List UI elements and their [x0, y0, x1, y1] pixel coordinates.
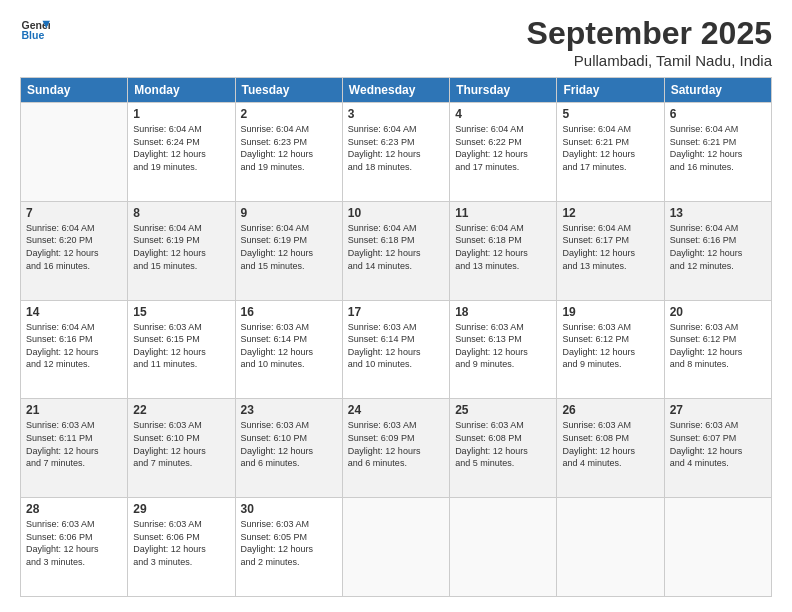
day-info: Sunrise: 6:03 AM Sunset: 6:14 PM Dayligh… — [348, 321, 444, 371]
day-number: 7 — [26, 206, 122, 220]
day-number: 3 — [348, 107, 444, 121]
day-number: 21 — [26, 403, 122, 417]
day-info: Sunrise: 6:03 AM Sunset: 6:14 PM Dayligh… — [241, 321, 337, 371]
day-number: 11 — [455, 206, 551, 220]
table-row: 26Sunrise: 6:03 AM Sunset: 6:08 PM Dayli… — [557, 399, 664, 498]
table-row — [342, 498, 449, 597]
day-info: Sunrise: 6:03 AM Sunset: 6:10 PM Dayligh… — [133, 419, 229, 469]
table-row: 17Sunrise: 6:03 AM Sunset: 6:14 PM Dayli… — [342, 300, 449, 399]
table-row: 25Sunrise: 6:03 AM Sunset: 6:08 PM Dayli… — [450, 399, 557, 498]
day-info: Sunrise: 6:03 AM Sunset: 6:06 PM Dayligh… — [133, 518, 229, 568]
day-info: Sunrise: 6:03 AM Sunset: 6:09 PM Dayligh… — [348, 419, 444, 469]
day-info: Sunrise: 6:04 AM Sunset: 6:21 PM Dayligh… — [670, 123, 766, 173]
day-info: Sunrise: 6:03 AM Sunset: 6:08 PM Dayligh… — [562, 419, 658, 469]
week-row-2: 7Sunrise: 6:04 AM Sunset: 6:20 PM Daylig… — [21, 201, 772, 300]
table-row: 16Sunrise: 6:03 AM Sunset: 6:14 PM Dayli… — [235, 300, 342, 399]
day-number: 14 — [26, 305, 122, 319]
week-row-4: 21Sunrise: 6:03 AM Sunset: 6:11 PM Dayli… — [21, 399, 772, 498]
day-info: Sunrise: 6:03 AM Sunset: 6:10 PM Dayligh… — [241, 419, 337, 469]
day-info: Sunrise: 6:03 AM Sunset: 6:08 PM Dayligh… — [455, 419, 551, 469]
day-number: 15 — [133, 305, 229, 319]
title-block: September 2025 Pullambadi, Tamil Nadu, I… — [527, 15, 772, 69]
day-info: Sunrise: 6:03 AM Sunset: 6:07 PM Dayligh… — [670, 419, 766, 469]
day-number: 25 — [455, 403, 551, 417]
week-row-1: 1Sunrise: 6:04 AM Sunset: 6:24 PM Daylig… — [21, 103, 772, 202]
day-info: Sunrise: 6:03 AM Sunset: 6:13 PM Dayligh… — [455, 321, 551, 371]
day-info: Sunrise: 6:04 AM Sunset: 6:21 PM Dayligh… — [562, 123, 658, 173]
table-row: 21Sunrise: 6:03 AM Sunset: 6:11 PM Dayli… — [21, 399, 128, 498]
table-row — [450, 498, 557, 597]
day-info: Sunrise: 6:04 AM Sunset: 6:16 PM Dayligh… — [670, 222, 766, 272]
day-info: Sunrise: 6:04 AM Sunset: 6:20 PM Dayligh… — [26, 222, 122, 272]
logo-icon: General Blue — [20, 15, 50, 45]
week-row-3: 14Sunrise: 6:04 AM Sunset: 6:16 PM Dayli… — [21, 300, 772, 399]
table-row: 12Sunrise: 6:04 AM Sunset: 6:17 PM Dayli… — [557, 201, 664, 300]
day-number: 24 — [348, 403, 444, 417]
weekday-header-row: Sunday Monday Tuesday Wednesday Thursday… — [21, 78, 772, 103]
day-number: 26 — [562, 403, 658, 417]
table-row: 9Sunrise: 6:04 AM Sunset: 6:19 PM Daylig… — [235, 201, 342, 300]
table-row: 18Sunrise: 6:03 AM Sunset: 6:13 PM Dayli… — [450, 300, 557, 399]
calendar-table: Sunday Monday Tuesday Wednesday Thursday… — [20, 77, 772, 597]
day-info: Sunrise: 6:04 AM Sunset: 6:24 PM Dayligh… — [133, 123, 229, 173]
header-tuesday: Tuesday — [235, 78, 342, 103]
day-number: 23 — [241, 403, 337, 417]
table-row: 8Sunrise: 6:04 AM Sunset: 6:19 PM Daylig… — [128, 201, 235, 300]
header-wednesday: Wednesday — [342, 78, 449, 103]
table-row — [557, 498, 664, 597]
day-info: Sunrise: 6:03 AM Sunset: 6:12 PM Dayligh… — [670, 321, 766, 371]
day-number: 9 — [241, 206, 337, 220]
day-info: Sunrise: 6:04 AM Sunset: 6:22 PM Dayligh… — [455, 123, 551, 173]
month-title: September 2025 — [527, 15, 772, 52]
week-row-5: 28Sunrise: 6:03 AM Sunset: 6:06 PM Dayli… — [21, 498, 772, 597]
table-row: 15Sunrise: 6:03 AM Sunset: 6:15 PM Dayli… — [128, 300, 235, 399]
day-number: 10 — [348, 206, 444, 220]
day-info: Sunrise: 6:04 AM Sunset: 6:19 PM Dayligh… — [241, 222, 337, 272]
day-number: 20 — [670, 305, 766, 319]
day-info: Sunrise: 6:04 AM Sunset: 6:16 PM Dayligh… — [26, 321, 122, 371]
table-row: 14Sunrise: 6:04 AM Sunset: 6:16 PM Dayli… — [21, 300, 128, 399]
table-row: 10Sunrise: 6:04 AM Sunset: 6:18 PM Dayli… — [342, 201, 449, 300]
table-row: 7Sunrise: 6:04 AM Sunset: 6:20 PM Daylig… — [21, 201, 128, 300]
day-info: Sunrise: 6:03 AM Sunset: 6:05 PM Dayligh… — [241, 518, 337, 568]
day-info: Sunrise: 6:03 AM Sunset: 6:15 PM Dayligh… — [133, 321, 229, 371]
day-number: 18 — [455, 305, 551, 319]
day-number: 13 — [670, 206, 766, 220]
table-row: 6Sunrise: 6:04 AM Sunset: 6:21 PM Daylig… — [664, 103, 771, 202]
table-row: 20Sunrise: 6:03 AM Sunset: 6:12 PM Dayli… — [664, 300, 771, 399]
table-row: 23Sunrise: 6:03 AM Sunset: 6:10 PM Dayli… — [235, 399, 342, 498]
table-row: 11Sunrise: 6:04 AM Sunset: 6:18 PM Dayli… — [450, 201, 557, 300]
day-number: 27 — [670, 403, 766, 417]
page-header: General Blue September 2025 Pullambadi, … — [20, 15, 772, 69]
day-number: 6 — [670, 107, 766, 121]
table-row — [664, 498, 771, 597]
table-row: 13Sunrise: 6:04 AM Sunset: 6:16 PM Dayli… — [664, 201, 771, 300]
day-info: Sunrise: 6:03 AM Sunset: 6:11 PM Dayligh… — [26, 419, 122, 469]
day-number: 4 — [455, 107, 551, 121]
day-number: 16 — [241, 305, 337, 319]
day-info: Sunrise: 6:04 AM Sunset: 6:18 PM Dayligh… — [455, 222, 551, 272]
day-info: Sunrise: 6:04 AM Sunset: 6:18 PM Dayligh… — [348, 222, 444, 272]
svg-text:Blue: Blue — [22, 29, 45, 41]
day-number: 22 — [133, 403, 229, 417]
table-row: 28Sunrise: 6:03 AM Sunset: 6:06 PM Dayli… — [21, 498, 128, 597]
logo: General Blue — [20, 15, 50, 45]
day-number: 17 — [348, 305, 444, 319]
header-thursday: Thursday — [450, 78, 557, 103]
day-number: 1 — [133, 107, 229, 121]
day-number: 5 — [562, 107, 658, 121]
header-saturday: Saturday — [664, 78, 771, 103]
day-number: 2 — [241, 107, 337, 121]
day-number: 28 — [26, 502, 122, 516]
header-sunday: Sunday — [21, 78, 128, 103]
day-info: Sunrise: 6:03 AM Sunset: 6:06 PM Dayligh… — [26, 518, 122, 568]
day-info: Sunrise: 6:04 AM Sunset: 6:23 PM Dayligh… — [348, 123, 444, 173]
table-row: 29Sunrise: 6:03 AM Sunset: 6:06 PM Dayli… — [128, 498, 235, 597]
day-info: Sunrise: 6:04 AM Sunset: 6:23 PM Dayligh… — [241, 123, 337, 173]
header-monday: Monday — [128, 78, 235, 103]
table-row: 2Sunrise: 6:04 AM Sunset: 6:23 PM Daylig… — [235, 103, 342, 202]
table-row: 19Sunrise: 6:03 AM Sunset: 6:12 PM Dayli… — [557, 300, 664, 399]
table-row: 4Sunrise: 6:04 AM Sunset: 6:22 PM Daylig… — [450, 103, 557, 202]
table-row: 27Sunrise: 6:03 AM Sunset: 6:07 PM Dayli… — [664, 399, 771, 498]
table-row: 22Sunrise: 6:03 AM Sunset: 6:10 PM Dayli… — [128, 399, 235, 498]
